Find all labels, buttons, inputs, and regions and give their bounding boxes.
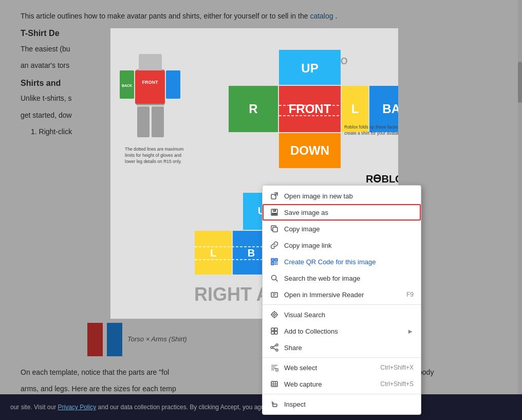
svg-rect-76 [275, 328, 278, 331]
svg-text:UP: UP [301, 61, 318, 75]
immersive-reader-shortcut: F9 [406, 291, 414, 298]
menu-item-open-new-tab[interactable]: Open image in new tab [263, 188, 421, 204]
web-capture-label: Web capture [284, 380, 322, 388]
svg-text:BACK: BACK [122, 84, 132, 87]
svg-rect-78 [275, 332, 278, 335]
save-icon [270, 208, 279, 217]
copy-image-label: Copy image [284, 225, 320, 233]
menu-item-create-qr-code[interactable]: Create QR Code for this image [263, 253, 421, 270]
svg-text:create a shirt for your avatar: create a shirt for your avatar. [344, 131, 398, 136]
menu-item-add-collections[interactable]: Add to Collections ► [263, 323, 421, 339]
svg-rect-7 [166, 70, 180, 99]
svg-text:B: B [248, 247, 255, 259]
svg-point-79 [276, 344, 278, 346]
inspect-label: Inspect [284, 400, 306, 408]
menu-item-inspect[interactable]: Inspect [263, 396, 421, 412]
svg-rect-9 [152, 106, 164, 137]
svg-rect-66 [271, 293, 277, 297]
bottom-bar: our site. Visit our Privacy Policy and o… [0, 394, 522, 420]
menu-separator-3 [263, 394, 421, 394]
copy-icon [270, 224, 279, 233]
svg-point-70 [273, 314, 275, 316]
menu-separator-2 [263, 357, 421, 358]
svg-line-83 [273, 348, 276, 350]
inspect-icon [270, 399, 279, 409]
svg-rect-63 [276, 264, 277, 265]
svg-rect-84 [276, 369, 278, 371]
web-capture-shortcut: Ctrl+Shift+S [380, 380, 414, 388]
add-collections-label: Add to Collections [284, 327, 338, 335]
web-select-icon [270, 363, 279, 372]
svg-rect-52 [274, 210, 275, 211]
svg-rect-90 [273, 404, 277, 407]
svg-point-81 [271, 346, 273, 349]
menu-item-share[interactable]: Share [263, 339, 421, 356]
share-icon [270, 343, 279, 352]
svg-text:Roblox folds up these faces to: Roblox folds up these faces to [344, 124, 398, 130]
svg-text:limits for height of gloves an: limits for height of gloves and [125, 153, 181, 158]
qr-icon [270, 257, 279, 266]
menu-item-save-image-as[interactable]: Save image as [263, 204, 421, 221]
reader-icon [270, 290, 279, 299]
svg-text:lower leg details on R15 only.: lower leg details on R15 only. [125, 159, 181, 164]
web-select-shortcut: Ctrl+Shift+X [380, 364, 414, 371]
create-qr-code-label: Create QR Code for this image [284, 258, 376, 266]
svg-text:RƟBLOX: RƟBLOX [366, 173, 398, 185]
menu-item-web-select[interactable]: Web select Ctrl+Shift+X [263, 359, 421, 376]
svg-text:R: R [249, 102, 257, 116]
menu-item-copy-image[interactable]: Copy image [263, 221, 421, 237]
open-new-tab-label: Open image in new tab [284, 192, 353, 200]
link-icon [270, 241, 279, 250]
arrow-icon: ► [407, 327, 414, 335]
menu-item-search-web[interactable]: Search the web for image [263, 270, 421, 286]
svg-point-69 [272, 312, 277, 317]
web-capture-icon [270, 379, 279, 389]
svg-rect-8 [137, 106, 150, 137]
svg-rect-3 [135, 70, 165, 104]
privacy-policy-link[interactable]: Privacy Policy [58, 404, 97, 411]
svg-point-80 [276, 349, 278, 351]
collection-icon [270, 326, 279, 336]
svg-rect-75 [271, 328, 274, 331]
svg-line-65 [276, 280, 278, 282]
visual-search-label: Visual Search [284, 311, 325, 319]
svg-rect-77 [271, 332, 274, 335]
menu-separator-1 [263, 304, 421, 305]
svg-text:FRONT: FRONT [142, 80, 158, 85]
immersive-reader-label: Open in Immersive Reader [284, 291, 364, 299]
search-icon [270, 273, 279, 283]
svg-rect-60 [275, 262, 276, 263]
svg-text:L: L [210, 247, 216, 259]
svg-rect-62 [275, 264, 276, 265]
visual-search-icon [270, 310, 279, 319]
svg-text:The dotted lines are maximum: The dotted lines are maximum [125, 147, 183, 152]
svg-text:L: L [351, 102, 359, 116]
menu-item-copy-image-link[interactable]: Copy image link [263, 237, 421, 253]
svg-text:BACK: BACK [382, 102, 398, 116]
svg-text:FRONT: FRONT [289, 102, 331, 116]
menu-item-visual-search[interactable]: Visual Search [263, 306, 421, 323]
svg-rect-51 [272, 213, 277, 215]
menu-item-web-capture[interactable]: Web capture Ctrl+Shift+S [263, 376, 421, 392]
svg-rect-58 [276, 260, 277, 261]
svg-rect-53 [273, 227, 277, 232]
svg-rect-59 [272, 263, 273, 264]
svg-line-82 [273, 345, 276, 347]
svg-text:DOWN: DOWN [290, 143, 329, 157]
menu-item-immersive-reader[interactable]: Open in Immersive Reader F9 [263, 286, 421, 303]
svg-rect-61 [276, 262, 277, 263]
web-select-label: Web select [284, 364, 317, 372]
svg-rect-57 [272, 260, 273, 261]
share-label: Share [284, 344, 302, 352]
save-image-as-label: Save image as [284, 209, 328, 216]
context-menu: Open image in new tab Save image as Copy… [262, 185, 421, 415]
search-web-label: Search the web for image [284, 275, 360, 282]
svg-rect-85 [271, 381, 277, 387]
external-link-icon [270, 191, 279, 200]
copy-image-link-label: Copy image link [284, 242, 332, 249]
